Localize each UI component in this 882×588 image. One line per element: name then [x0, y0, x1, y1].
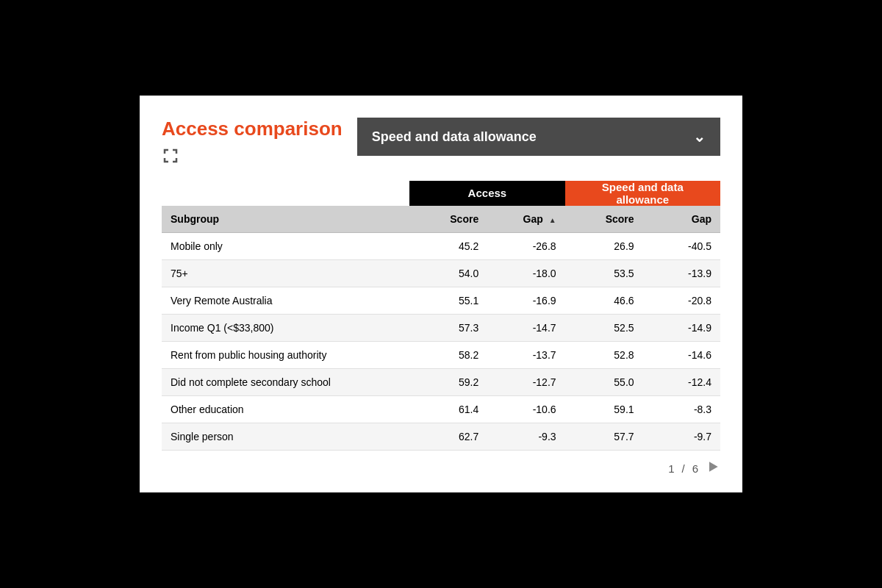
- speed-score-cell: 26.9: [565, 232, 643, 259]
- access-score-cell: 58.2: [409, 341, 487, 368]
- table-body: Mobile only 45.2 -26.8 26.9 -40.5 75+ 54…: [162, 232, 720, 450]
- table-row: Mobile only 45.2 -26.8 26.9 -40.5: [162, 232, 720, 259]
- dropdown-section: Speed and data allowance ⌄: [357, 118, 720, 156]
- dropdown-button[interactable]: Speed and data allowance ⌄: [357, 118, 720, 156]
- speed-score-cell: 46.6: [565, 287, 643, 314]
- empty-header: [162, 181, 409, 206]
- access-gap-cell: -12.7: [487, 368, 564, 395]
- access-gap-cell: -18.0: [487, 259, 564, 287]
- access-gap-cell: -26.8: [487, 232, 564, 259]
- access-score-cell: 54.0: [409, 259, 487, 287]
- table-row: Other education 61.4 -10.6 59.1 -8.3: [162, 395, 720, 423]
- subgroup-cell: Single person: [162, 423, 409, 450]
- speed-score-cell: 53.5: [565, 259, 643, 287]
- card-header: Access comparison Speed and data allowan…: [162, 118, 720, 167]
- access-gap-cell: -14.7: [487, 314, 564, 341]
- dropdown-label: Speed and data allowance: [372, 129, 537, 145]
- title-section: Access comparison: [162, 118, 343, 167]
- access-gap-cell: -10.6: [487, 395, 564, 423]
- pagination: 1 / 6: [162, 459, 720, 478]
- main-card: Access comparison Speed and data allowan…: [140, 96, 742, 492]
- next-page-button[interactable]: [706, 459, 720, 478]
- speed-gap-cell: -40.5: [643, 232, 720, 259]
- access-score-cell: 55.1: [409, 287, 487, 314]
- subgroup-cell: Rent from public housing authority: [162, 341, 409, 368]
- sort-arrow-icon: ▲: [549, 216, 556, 224]
- table-row: Rent from public housing authority 58.2 …: [162, 341, 720, 368]
- chevron-down-icon: ⌄: [693, 128, 706, 146]
- page-current: 1: [668, 462, 674, 475]
- access-score-header: Score: [409, 206, 487, 233]
- speed-score-cell: 57.7: [565, 423, 643, 450]
- comparison-table: Access Speed and dataallowance Subgroup …: [162, 181, 720, 451]
- table-row: Very Remote Australia 55.1 -16.9 46.6 -2…: [162, 287, 720, 314]
- access-column-header: Access: [409, 181, 564, 206]
- speed-gap-cell: -14.9: [643, 314, 720, 341]
- table-row: Did not complete secondary school 59.2 -…: [162, 368, 720, 395]
- speed-score-header: Score: [565, 206, 643, 233]
- access-score-cell: 57.3: [409, 314, 487, 341]
- speed-gap-cell: -8.3: [643, 395, 720, 423]
- speed-score-cell: 55.0: [565, 368, 643, 395]
- speed-gap-cell: -12.4: [643, 368, 720, 395]
- access-gap-header[interactable]: Gap ▲: [487, 206, 564, 233]
- column-header-row: Access Speed and dataallowance: [162, 181, 720, 206]
- speed-column-header: Speed and dataallowance: [565, 181, 720, 206]
- speed-gap-cell: -20.8: [643, 287, 720, 314]
- expand-icon[interactable]: [162, 147, 179, 165]
- speed-gap-header: Gap: [643, 206, 720, 233]
- subgroup-cell: Income Q1 (<$33,800): [162, 314, 409, 341]
- subgroup-cell: Other education: [162, 395, 409, 423]
- subgroup-cell: Mobile only: [162, 232, 409, 259]
- access-score-cell: 62.7: [409, 423, 487, 450]
- subgroup-cell: 75+: [162, 259, 409, 287]
- speed-score-cell: 52.5: [565, 314, 643, 341]
- access-score-cell: 45.2: [409, 232, 487, 259]
- table-row: Income Q1 (<$33,800) 57.3 -14.7 52.5 -14…: [162, 314, 720, 341]
- speed-gap-cell: -14.6: [643, 341, 720, 368]
- speed-gap-cell: -9.7: [643, 423, 720, 450]
- speed-score-cell: 59.1: [565, 395, 643, 423]
- subgroup-header: Subgroup: [162, 206, 409, 233]
- access-gap-cell: -9.3: [487, 423, 564, 450]
- subgroup-cell: Did not complete secondary school: [162, 368, 409, 395]
- subheader-row: Subgroup Score Gap ▲ Score Gap: [162, 206, 720, 233]
- page-total: 6: [692, 462, 698, 475]
- access-score-cell: 59.2: [409, 368, 487, 395]
- svg-marker-0: [709, 462, 718, 471]
- table-row: Single person 62.7 -9.3 57.7 -9.7: [162, 423, 720, 450]
- page-title: Access comparison: [162, 118, 343, 140]
- table-row: 75+ 54.0 -18.0 53.5 -13.9: [162, 259, 720, 287]
- access-score-cell: 61.4: [409, 395, 487, 423]
- next-arrow-icon: [706, 459, 720, 474]
- access-gap-cell: -13.7: [487, 341, 564, 368]
- speed-score-cell: 52.8: [565, 341, 643, 368]
- access-gap-cell: -16.9: [487, 287, 564, 314]
- page-separator: /: [681, 462, 684, 475]
- speed-gap-cell: -13.9: [643, 259, 720, 287]
- subgroup-cell: Very Remote Australia: [162, 287, 409, 314]
